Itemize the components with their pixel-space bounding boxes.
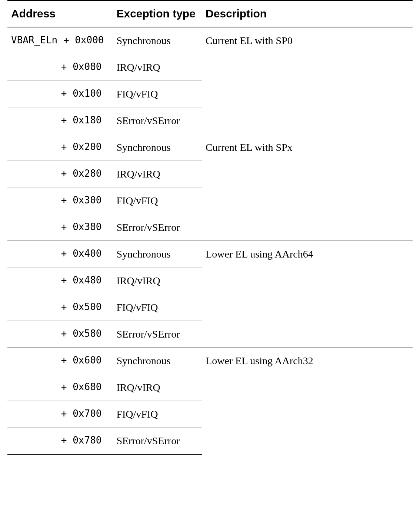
address-text: + 0x280 (61, 167, 102, 180)
cell-exception-type: IRQ/vIRQ (113, 374, 202, 401)
address-text: VBAR_ELn + 0x000 (11, 34, 104, 46)
table-header-row: Address Exception type Description (7, 0, 413, 27)
address-text: + 0x580 (61, 328, 102, 340)
cell-exception-type: IRQ/vIRQ (113, 54, 202, 81)
address-text: + 0x080 (61, 61, 102, 73)
cell-address: + 0x780 (7, 428, 113, 455)
cell-exception-type: SError/vSError (113, 321, 202, 348)
cell-exception-type: FIQ/vFIQ (113, 81, 202, 107)
vector-table: Address Exception type Description VBAR_… (0, 0, 420, 455)
cell-address: + 0x700 (7, 401, 113, 428)
cell-exception-type: Synchronous (113, 134, 202, 161)
address-text: + 0x500 (61, 301, 102, 313)
cell-address: + 0x380 (7, 214, 113, 241)
cell-description: Lower EL using AArch32 (202, 348, 413, 455)
cell-address: + 0x580 (7, 321, 113, 348)
cell-address: + 0x080 (7, 54, 113, 81)
address-text: + 0x780 (61, 434, 102, 446)
col-header-address: Address (7, 0, 113, 27)
cell-exception-type: Synchronous (113, 27, 202, 54)
table-row: + 0x400SynchronousLower EL using AArch64 (7, 241, 413, 268)
cell-description: Current EL with SPx (202, 134, 413, 241)
cell-exception-type: SError/vSError (113, 107, 202, 134)
address-text: + 0x380 (61, 221, 102, 233)
cell-exception-type: Synchronous (113, 241, 202, 268)
cell-description: Lower EL using AArch64 (202, 241, 413, 348)
table-row: + 0x200SynchronousCurrent EL with SPx (7, 134, 413, 161)
cell-address: VBAR_ELn + 0x000 (7, 27, 113, 54)
cell-exception-type: SError/vSError (113, 214, 202, 241)
col-header-exception-type: Exception type (113, 0, 202, 27)
address-text: + 0x100 (61, 87, 102, 100)
cell-exception-type: FIQ/vFIQ (113, 187, 202, 214)
address-text: + 0x400 (61, 248, 102, 260)
table-row: VBAR_ELn + 0x000SynchronousCurrent EL wi… (7, 27, 413, 54)
cell-exception-type: SError/vSError (113, 428, 202, 455)
col-header-description: Description (202, 0, 413, 27)
address-text: + 0x180 (61, 114, 102, 126)
address-text: + 0x600 (61, 354, 102, 366)
address-text: + 0x200 (61, 141, 102, 153)
cell-exception-type: IRQ/vIRQ (113, 268, 202, 294)
cell-address: + 0x280 (7, 161, 113, 187)
cell-address: + 0x400 (7, 241, 113, 268)
cell-address: + 0x300 (7, 187, 113, 214)
cell-address: + 0x200 (7, 134, 113, 161)
cell-address: + 0x180 (7, 107, 113, 134)
table-row: + 0x600SynchronousLower EL using AArch32 (7, 348, 413, 374)
cell-address: + 0x480 (7, 268, 113, 294)
cell-exception-type: Synchronous (113, 348, 202, 374)
cell-exception-type: IRQ/vIRQ (113, 161, 202, 187)
table-body: VBAR_ELn + 0x000SynchronousCurrent EL wi… (7, 27, 413, 454)
cell-address: + 0x680 (7, 374, 113, 401)
address-text: + 0x680 (61, 381, 102, 393)
cell-exception-type: FIQ/vFIQ (113, 294, 202, 321)
cell-exception-type: FIQ/vFIQ (113, 401, 202, 428)
exception-vector-table: Address Exception type Description VBAR_… (7, 0, 413, 455)
address-text: + 0x480 (61, 274, 102, 286)
cell-address: + 0x100 (7, 81, 113, 107)
cell-address: + 0x600 (7, 348, 113, 374)
address-text: + 0x700 (61, 408, 102, 420)
address-text: + 0x300 (61, 194, 102, 206)
cell-description: Current EL with SP0 (202, 27, 413, 134)
cell-address: + 0x500 (7, 294, 113, 321)
